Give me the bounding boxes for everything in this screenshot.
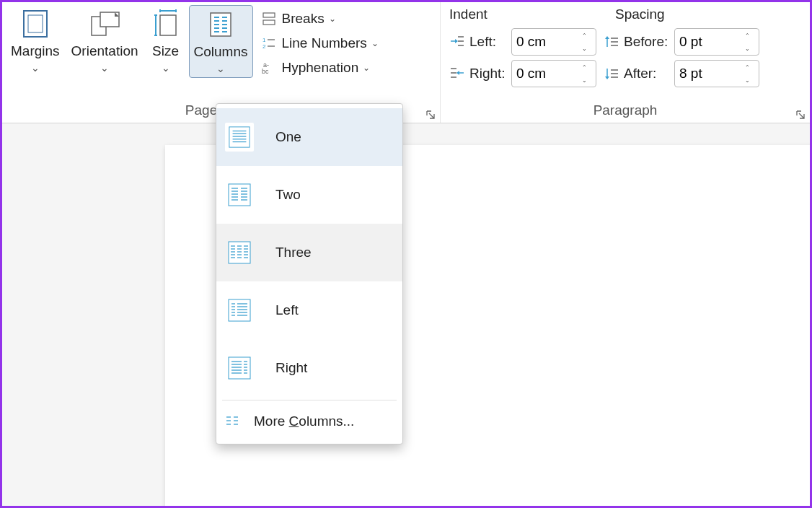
size-label: Size [152, 44, 179, 59]
columns-menu-one-label: One [275, 129, 301, 145]
svg-text:1: 1 [262, 37, 266, 43]
spinner-down[interactable]: ⌄ [576, 42, 593, 55]
svg-rect-46 [229, 127, 250, 147]
spacing-after-icon [604, 66, 619, 82]
spinner-down[interactable]: ⌄ [739, 42, 756, 55]
hyphenation-label: Hyphenation [282, 60, 359, 76]
chevron-down-icon: ⌄ [216, 63, 225, 74]
svg-rect-90 [229, 357, 250, 379]
svg-text:2: 2 [262, 43, 266, 50]
orientation-label: Orientation [71, 44, 138, 59]
spacing-before-spinner[interactable]: ⌃ ⌄ [674, 28, 759, 56]
spinner-up[interactable]: ⌃ [739, 61, 756, 74]
columns-menu-three[interactable]: Three [216, 224, 402, 281]
more-columns-label: More Columns... [254, 413, 354, 429]
hyphenation-icon: a- bc [262, 61, 276, 75]
margins-icon [19, 8, 51, 40]
chevron-down-icon: ⌄ [100, 62, 109, 74]
paragraph-launcher[interactable] [795, 108, 806, 118]
columns-menu-right-label: Right [275, 360, 307, 376]
chevron-down-icon: ⌄ [371, 38, 379, 48]
svg-rect-1 [28, 15, 43, 32]
indent-header: Indent [449, 6, 615, 22]
chevron-down-icon: ⌄ [363, 63, 370, 73]
columns-one-icon [225, 123, 254, 152]
spacing-header: Spacing [615, 6, 665, 22]
chevron-down-icon: ⌄ [162, 62, 170, 74]
breaks-label: Breaks [282, 11, 325, 27]
columns-left-icon [225, 296, 254, 325]
breaks-button[interactable]: Breaks ⌄ [256, 6, 384, 31]
svg-rect-4 [160, 15, 176, 35]
svg-text:bc: bc [262, 68, 269, 75]
chevron-down-icon: ⌄ [31, 62, 40, 74]
columns-menu-left-label: Left [275, 302, 299, 318]
line-numbers-icon: 1 2 [262, 36, 276, 51]
line-numbers-label: Line Numbers [282, 35, 367, 51]
spinner-down[interactable]: ⌄ [576, 74, 593, 87]
page-setup-launcher[interactable] [425, 108, 436, 118]
spacing-after-spinner[interactable]: ⌃ ⌄ [674, 60, 759, 87]
spacing-before-icon [604, 34, 619, 50]
indent-left-icon [449, 34, 465, 50]
columns-three-icon [225, 238, 254, 267]
breaks-icon [262, 12, 276, 26]
svg-rect-11 [211, 13, 231, 36]
svg-rect-52 [229, 184, 250, 206]
columns-icon [205, 9, 237, 40]
spinner-up[interactable]: ⌃ [739, 29, 756, 42]
orientation-icon [89, 8, 120, 40]
columns-dropdown-menu: One Two [216, 103, 403, 444]
columns-right-icon [225, 354, 254, 382]
spinner-up[interactable]: ⌃ [576, 61, 593, 74]
indent-right-label: Right: [469, 66, 507, 82]
margins-button[interactable]: Margins ⌄ [6, 5, 64, 76]
columns-menu-two[interactable]: Two [216, 166, 402, 224]
indent-right-spinner[interactable]: ⌃ ⌄ [511, 60, 596, 87]
columns-two-icon [225, 180, 254, 209]
spacing-after-input[interactable] [675, 61, 738, 87]
svg-rect-63 [229, 242, 250, 263]
margins-label: Margins [11, 44, 60, 59]
spacing-before-input[interactable] [675, 29, 738, 55]
columns-menu-left[interactable]: Left [216, 281, 402, 339]
columns-menu-three-label: Three [275, 245, 312, 260]
more-columns-icon [225, 413, 241, 429]
chevron-down-icon: ⌄ [329, 14, 336, 24]
indent-right-input[interactable] [512, 61, 575, 87]
indent-left-input[interactable] [512, 29, 575, 55]
more-columns-button[interactable]: More Columns... [216, 403, 402, 439]
columns-menu-two-label: Two [275, 187, 301, 203]
menu-separator [222, 400, 397, 400]
size-icon [150, 8, 182, 40]
svg-rect-23 [263, 20, 275, 25]
svg-rect-0 [24, 11, 47, 37]
size-button[interactable]: Size ⌄ [146, 5, 186, 76]
indent-left-label: Left: [469, 34, 507, 50]
spacing-after-label: After: [624, 66, 670, 82]
ribbon: Margins ⌄ Orientation ⌄ [2, 2, 810, 123]
spinner-down[interactable]: ⌄ [739, 74, 756, 87]
orientation-button[interactable]: Orientation ⌄ [67, 5, 143, 76]
hyphenation-button[interactable]: a- bc Hyphenation ⌄ [256, 56, 384, 80]
columns-menu-one[interactable]: One [216, 108, 402, 166]
columns-button[interactable]: Columns ⌄ [189, 5, 253, 78]
indent-left-spinner[interactable]: ⌃ ⌄ [511, 28, 596, 56]
spinner-up[interactable]: ⌃ [576, 29, 593, 42]
columns-menu-right[interactable]: Right [216, 339, 402, 397]
svg-rect-79 [229, 299, 250, 321]
svg-rect-22 [263, 13, 275, 17]
line-numbers-button[interactable]: 1 2 Line Numbers ⌄ [256, 31, 384, 56]
paragraph-group-label: Paragraph [441, 100, 810, 121]
spacing-before-label: Before: [624, 34, 670, 50]
columns-label: Columns [194, 45, 248, 60]
indent-right-icon [449, 66, 465, 82]
